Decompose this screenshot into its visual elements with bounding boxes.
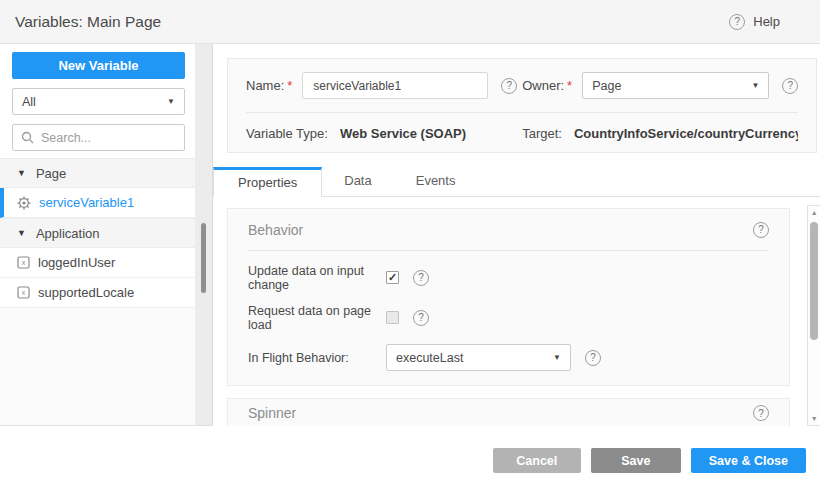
target-group: Target: CountryInfoService/countryCurren… xyxy=(522,126,798,141)
detail-tabs: Properties Data Events xyxy=(213,165,820,197)
collapse-caret-icon: ▼ xyxy=(17,168,26,178)
page-title: Variables: Main Page xyxy=(15,13,161,31)
variable-type-value: Web Service (SOAP) xyxy=(340,126,466,141)
name-help-icon[interactable]: ? xyxy=(501,78,517,94)
chevron-down-icon: ▼ xyxy=(167,97,175,106)
in-flight-row: In Flight Behavior: executeLast ▼ ? xyxy=(248,344,769,371)
tree-item-supportedlocale[interactable]: x supportedLocale xyxy=(0,278,195,308)
in-flight-select[interactable]: executeLast ▼ xyxy=(386,344,571,371)
behavior-section: Behavior ? Update data on input change ?… xyxy=(227,208,790,386)
variable-summary-card: Name:* ? Owner:* Page ▼ ? xyxy=(227,58,817,153)
target-value: CountryInfoService/countryCurrency xyxy=(574,126,798,141)
request-data-help-icon[interactable]: ? xyxy=(413,310,429,326)
help-label: Help xyxy=(753,14,780,29)
variable-type-label: Variable Type: xyxy=(246,126,328,141)
search-placeholder: Search... xyxy=(41,131,91,145)
target-label: Target: xyxy=(522,126,562,141)
dialog-body: New Variable All ▼ Search... xyxy=(0,44,820,426)
web-service-icon xyxy=(17,196,31,210)
owner-select-value: Page xyxy=(592,79,621,93)
search-input[interactable]: Search... xyxy=(12,124,185,151)
section-divider xyxy=(248,250,769,251)
owner-help-icon[interactable]: ? xyxy=(782,78,798,94)
dialog-header: Variables: Main Page ? Help xyxy=(0,0,820,44)
tree-group-label: Application xyxy=(36,226,100,241)
tree-group-page[interactable]: ▼ Page xyxy=(0,158,195,188)
variable-type-group: Variable Type: Web Service (SOAP) xyxy=(246,126,522,141)
tree-group-application[interactable]: ▼ Application xyxy=(0,218,195,248)
scroll-down-icon[interactable]: ▼ xyxy=(808,415,820,422)
scroll-up-icon[interactable]: ▲ xyxy=(808,209,820,216)
static-variable-icon: x xyxy=(17,256,30,269)
collapse-caret-icon: ▼ xyxy=(17,228,26,238)
tree-item-label: supportedLocale xyxy=(38,285,134,300)
owner-label: Owner:* xyxy=(522,78,572,93)
properties-scrollbar-thumb[interactable] xyxy=(810,222,818,340)
name-input[interactable] xyxy=(302,72,488,99)
tree-item-label: loggedInUser xyxy=(38,255,115,270)
tree-item-loggedinuser[interactable]: x loggedInUser xyxy=(0,248,195,278)
variable-filter-select[interactable]: All ▼ xyxy=(12,88,185,115)
behavior-help-icon[interactable]: ? xyxy=(753,222,769,238)
static-variable-icon: x xyxy=(17,286,30,299)
required-marker: * xyxy=(287,78,292,93)
help-button[interactable]: ? Help xyxy=(729,14,780,30)
tab-data[interactable]: Data xyxy=(322,165,393,196)
chevron-down-icon: ▼ xyxy=(751,81,759,90)
owner-select[interactable]: Page ▼ xyxy=(582,72,769,99)
sidebar-column: New Variable All ▼ Search... xyxy=(0,44,213,426)
spinner-help-icon[interactable]: ? xyxy=(753,405,769,421)
save-button[interactable]: Save xyxy=(591,448,681,473)
cancel-button[interactable]: Cancel xyxy=(493,448,581,473)
chevron-down-icon: ▼ xyxy=(553,353,561,362)
properties-scrollbar[interactable]: ▲ ▼ xyxy=(807,205,820,426)
in-flight-label: In Flight Behavior: xyxy=(248,351,386,365)
sidebar-controls: New Variable All ▼ Search... xyxy=(0,44,195,158)
svg-text:x: x xyxy=(22,289,26,296)
search-icon xyxy=(21,131,34,144)
request-data-label: Request data on page load xyxy=(248,304,386,332)
tab-events[interactable]: Events xyxy=(394,165,478,196)
behavior-section-title: Behavior xyxy=(248,222,303,238)
request-data-row: Request data on page load ? xyxy=(248,304,769,331)
tab-properties[interactable]: Properties xyxy=(213,167,322,197)
owner-field-group: Owner:* Page ▼ ? xyxy=(522,72,798,99)
sidebar-scrollbar[interactable] xyxy=(195,44,213,425)
save-and-close-button[interactable]: Save & Close xyxy=(691,448,806,473)
dialog-footer: Cancel Save Save & Close xyxy=(0,426,820,487)
properties-scroll-area: Behavior ? Update data on input change ?… xyxy=(213,197,820,426)
name-label: Name:* xyxy=(246,78,292,93)
update-data-row: Update data on input change ? xyxy=(248,264,769,291)
variable-filter-value: All xyxy=(22,95,36,109)
sidebar-scrollbar-thumb[interactable] xyxy=(201,223,206,293)
in-flight-select-value: executeLast xyxy=(396,351,463,365)
spinner-section-title: Spinner xyxy=(248,405,296,421)
svg-text:x: x xyxy=(22,259,26,266)
update-data-help-icon[interactable]: ? xyxy=(413,270,429,286)
help-icon: ? xyxy=(729,14,745,30)
name-field-group: Name:* ? xyxy=(246,72,522,99)
tree-item-label: serviceVariable1 xyxy=(39,195,134,210)
update-data-checkbox[interactable] xyxy=(386,271,399,284)
request-data-checkbox[interactable] xyxy=(386,311,399,324)
spinner-section: Spinner ? xyxy=(227,398,790,426)
variable-detail-panel: Name:* ? Owner:* Page ▼ ? xyxy=(213,44,820,426)
tree-item-servicevariable1[interactable]: serviceVariable1 xyxy=(0,188,195,218)
variables-dialog: Variables: Main Page ? Help New Variable… xyxy=(0,0,820,487)
variables-tree: ▼ Page xyxy=(0,158,195,308)
sidebar-empty-area xyxy=(0,308,195,425)
required-marker: * xyxy=(567,78,572,93)
update-data-label: Update data on input change xyxy=(248,264,386,292)
variables-sidebar: New Variable All ▼ Search... xyxy=(0,44,195,425)
tree-group-label: Page xyxy=(36,166,66,181)
new-variable-button[interactable]: New Variable xyxy=(12,52,185,79)
in-flight-help-icon[interactable]: ? xyxy=(585,350,601,366)
